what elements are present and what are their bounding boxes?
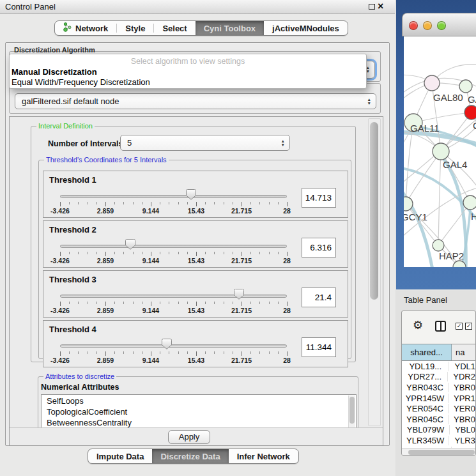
- panel-scrollbar[interactable]: [368, 118, 381, 426]
- slider-tick: [242, 302, 242, 306]
- table-row[interactable]: YDL19...YDL1: [402, 361, 475, 372]
- checkbox-icon[interactable]: ✓: [456, 323, 463, 330]
- table-row[interactable]: YBR045CYBR0: [402, 414, 475, 425]
- network-node[interactable]: [464, 105, 476, 119]
- combo-spinner-icon[interactable]: ▲▼: [367, 98, 371, 105]
- tab-style[interactable]: Style: [117, 21, 153, 35]
- tick-label: 9.144: [142, 257, 159, 265]
- attribute-item[interactable]: BetweennessCentrality: [47, 417, 356, 428]
- lower-panel: Interval Definition Number of Intervals …: [9, 116, 383, 446]
- slider-tick: [160, 351, 160, 354]
- top-tab-bar: Network Style Select Cyni Toolbox jActiv…: [54, 20, 348, 36]
- slider-track[interactable]: [60, 344, 287, 348]
- slider-tick: [269, 351, 270, 354]
- threshold-value[interactable]: 21.4: [302, 288, 336, 307]
- attribute-item[interactable]: TopologicalCoefficient: [47, 406, 356, 417]
- table-row[interactable]: YLR345WYLR3: [402, 435, 475, 446]
- slider-tick: [278, 302, 279, 304]
- network-node[interactable]: [463, 196, 476, 210]
- table-data-combo[interactable]: galFiltered.sif default node ▲▼: [15, 93, 376, 109]
- tab-impute-data[interactable]: Impute Data: [88, 449, 152, 463]
- slider-tick: [250, 252, 251, 254]
- scrollbar-thumb[interactable]: [349, 397, 355, 424]
- threshold-value[interactable]: 11.344: [302, 337, 336, 357]
- tick-label: 2.859: [97, 207, 114, 215]
- popup-option-equal-width[interactable]: Equal Width/Frequency Discretization: [12, 77, 150, 87]
- apply-button[interactable]: Apply: [168, 430, 210, 444]
- tick-label: 15.43: [188, 307, 204, 314]
- network-edge[interactable]: [406, 204, 438, 245]
- column-header-name[interactable]: na: [452, 344, 475, 360]
- scrollbar-thumb[interactable]: [408, 450, 475, 455]
- slider-tick: [259, 202, 260, 204]
- slider-tick: [60, 252, 61, 256]
- network-node[interactable]: [424, 75, 440, 91]
- checkbox-icon[interactable]: ✓: [465, 323, 472, 330]
- tab-cyni-toolbox[interactable]: Cyni Toolbox: [196, 21, 264, 35]
- slider-thumb[interactable]: [186, 189, 196, 200]
- popup-option-manual[interactable]: Manual Discretization: [12, 67, 97, 77]
- attributes-group-title: Attributes to discretize: [43, 372, 116, 380]
- network-node[interactable]: [433, 240, 444, 251]
- threshold-value[interactable]: 14.713: [302, 188, 336, 208]
- table-data-combo-value: galFiltered.sif default node: [22, 96, 119, 106]
- slider-thumb[interactable]: [162, 339, 172, 349]
- attribute-item[interactable]: SelfLoops: [47, 395, 356, 406]
- traffic-light-zoom-icon[interactable]: [437, 21, 446, 30]
- tab-network[interactable]: Network: [55, 21, 116, 35]
- slider-tick: [250, 202, 251, 204]
- slider-tick: [214, 252, 215, 254]
- tab-label: Discretize Data: [160, 452, 220, 461]
- slider-tick: [259, 252, 260, 254]
- slider-tick: [242, 252, 242, 256]
- network-node[interactable]: [459, 80, 472, 93]
- h-scrollbar[interactable]: [402, 448, 475, 456]
- slider-tick: [287, 302, 288, 306]
- slider-track[interactable]: [60, 245, 287, 248]
- threshold-value[interactable]: 6.316: [302, 238, 336, 257]
- tab-infer-network[interactable]: Infer Network: [229, 449, 298, 463]
- slider-tick: [205, 252, 206, 254]
- slider-tick: [169, 302, 169, 304]
- table-row[interactable]: YER054CYER0: [402, 403, 475, 414]
- slider-thumb[interactable]: [234, 289, 244, 300]
- threshold-label: Threshold 4: [49, 325, 96, 334]
- table-row[interactable]: YBL079WYBL0: [402, 425, 475, 436]
- slider-tick: [69, 302, 70, 304]
- node-label: GCY1: [404, 211, 427, 222]
- tab-jactivemnodules[interactable]: jActiveMNodules: [264, 21, 348, 35]
- network-edge[interactable]: [406, 123, 413, 204]
- network-edge[interactable]: [406, 151, 441, 204]
- column-header-shared[interactable]: shared...: [402, 344, 452, 360]
- slider-thumb[interactable]: [125, 239, 135, 250]
- combo-spinner-icon[interactable]: ▲▼: [281, 139, 285, 147]
- tick-label: 21.715: [231, 307, 252, 314]
- slider-tick: [142, 202, 142, 204]
- slider-tick: [105, 202, 106, 206]
- table-cell: YPR1: [449, 394, 475, 403]
- slider-tick: [169, 252, 169, 254]
- columns-icon[interactable]: [435, 321, 446, 332]
- slider-tick: [224, 202, 224, 204]
- network-node[interactable]: [433, 143, 449, 160]
- tab-discretize-data[interactable]: Discretize Data: [152, 449, 228, 463]
- slider-track[interactable]: [60, 295, 287, 298]
- float-window-icon[interactable]: [369, 4, 375, 10]
- table-row[interactable]: YBR043CYBR0: [402, 382, 475, 393]
- traffic-light-close-icon[interactable]: [409, 21, 418, 30]
- table-row[interactable]: YPR145WYPR1: [402, 393, 475, 404]
- traffic-light-minimize-icon[interactable]: [423, 21, 432, 30]
- node-label: GA: [468, 94, 476, 105]
- tick-label: 21.715: [231, 357, 252, 364]
- table-row[interactable]: YDR27...YDR2: [402, 372, 475, 383]
- network-edge[interactable]: [438, 151, 441, 245]
- slider-tick: [196, 202, 197, 206]
- tab-select[interactable]: Select: [154, 21, 195, 35]
- network-canvas[interactable]: GAL80GACGAL11GAL4GCY1HHAP2: [404, 36, 476, 267]
- number-of-intervals-combo[interactable]: 5 ▲▼: [120, 135, 290, 151]
- gear-icon[interactable]: ⚙: [413, 318, 423, 332]
- slider-tick: [250, 302, 251, 304]
- slider-track[interactable]: [60, 195, 287, 198]
- scrollbar-thumb[interactable]: [370, 122, 378, 300]
- close-icon[interactable]: ×: [378, 1, 383, 12]
